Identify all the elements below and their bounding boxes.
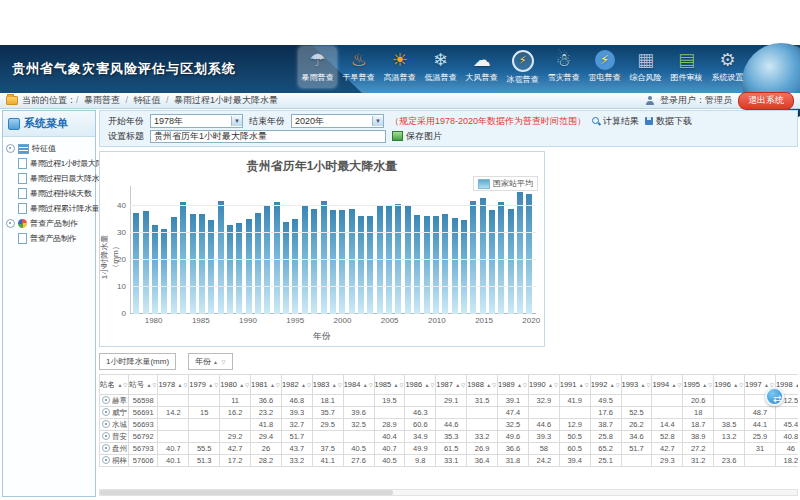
tree-group-1[interactable]: 普查产品制作 [5,216,93,231]
save-image-button[interactable]: 保存图片 [392,130,442,143]
element-selector[interactable]: 1小时降水量(mm) [99,353,176,370]
col-year-1984[interactable]: 1984 ▲▽ [343,375,374,395]
col-station-id[interactable]: 站号 ▲▽ [129,375,158,395]
bar-1996[interactable] [302,206,308,314]
bar-2000[interactable] [339,210,345,314]
tool-snow-survey[interactable]: ☃雪灾普查 [545,47,582,87]
table-row-56693[interactable]: 水城5669341.832.729.532.528.960.644.632.54… [100,419,799,431]
floating-sync-button[interactable]: ⇄ [765,387,784,406]
tool-lightning-survey[interactable]: ⚡雷电普查 [586,47,623,87]
sort-icons[interactable]: ▲▽ [638,382,651,388]
sort-icons[interactable]: ▲▽ [453,382,466,388]
sort-icons[interactable]: ▲▽ [115,382,128,388]
station-name-cell[interactable]: 普安 [100,431,129,443]
sidebar-item-0-2[interactable]: 暴雨过程持续天数 [5,186,93,201]
bar-1994[interactable] [283,222,289,314]
bar-2002[interactable] [358,216,364,314]
table-row-56793[interactable]: 盘州5679340.755.542.72643.737.540.540.749.… [100,443,799,455]
col-year-1995[interactable]: 1995 ▲▽ [683,375,714,395]
col-year-1980[interactable]: 1980 ▲▽ [220,375,251,395]
sort-icons[interactable]: ▲▽ [360,382,373,388]
col-year-1983[interactable]: 1983 ▲▽ [312,375,343,395]
col-year-1982[interactable]: 1982 ▲▽ [281,375,312,395]
bar-1989[interactable] [236,223,242,314]
table-row-57606[interactable]: 桐梓5760640.151.317.228.233.241.127.640.59… [100,455,799,467]
sort-icons[interactable]: ▲▽ [484,382,497,388]
breadcrumb-part-1[interactable]: 特征值 [134,95,161,105]
bar-1983[interactable] [180,202,186,314]
tool-wind-survey[interactable]: ☁大风普查 [463,47,500,87]
bar-1999[interactable] [330,210,336,314]
bar-1995[interactable] [292,219,298,314]
station-name-cell[interactable]: 威宁 [100,407,129,419]
bar-2020[interactable] [526,194,532,314]
bar-2018[interactable] [508,209,514,314]
bar-1985[interactable] [199,214,205,314]
sidebar-item-1-0[interactable]: 普查产品制作 [5,231,93,246]
tool-comprehensive-risk[interactable]: ▦综合风险 [627,47,664,87]
tool-drought-survey[interactable]: ♨干旱普查 [340,47,377,87]
chart-legend[interactable]: 国家站平均 [473,176,538,191]
col-year-1993[interactable]: 1993 ▲▽ [621,375,652,395]
sort-icons[interactable]: ▲▽ [731,382,744,388]
sort-icons[interactable]: ▲▽ [268,382,281,388]
chevron-down-icon[interactable]: ▼ [372,116,383,126]
tool-map-review[interactable]: ▤图件审核 [668,47,705,87]
bar-1988[interactable] [227,225,233,314]
tree-group-0[interactable]: 特征值 [5,141,93,156]
sort-icons[interactable]: ▲▽ [206,382,219,388]
calculate-button[interactable]: 计算结果 [592,115,639,128]
col-year-1992[interactable]: 1992 ▲▽ [590,375,621,395]
col-year-1987[interactable]: 1987 ▲▽ [436,375,467,395]
chevron-down-icon[interactable]: ▼ [231,116,242,126]
bar-2008[interactable] [414,215,420,314]
row-radio-icon[interactable] [102,432,110,440]
station-name-cell[interactable]: 水城 [100,419,129,431]
bar-1984[interactable] [190,214,196,314]
tool-high-temp-survey[interactable]: ☀高温普查 [381,47,418,87]
bar-2015[interactable] [480,198,486,314]
end-year-select[interactable]: 2020年 ▼ [291,114,384,128]
bar-2019[interactable] [517,192,523,314]
bar-1978[interactable] [133,213,139,314]
bar-2010[interactable] [433,216,439,314]
station-name-cell[interactable]: 桐梓 [100,455,129,467]
sort-icons[interactable]: ▲▽ [793,382,798,388]
sort-icons[interactable]: ▲▽ [391,382,404,388]
station-name-cell[interactable]: 盘州 [100,443,129,455]
row-radio-icon[interactable] [102,444,110,452]
collapse-icon[interactable] [6,219,15,228]
col-year-1978[interactable]: 1978 ▲▽ [158,375,189,395]
sort-icons[interactable]: ▲▽ [700,382,713,388]
row-radio-icon[interactable] [102,420,110,428]
row-radio-icon[interactable] [102,396,110,404]
bar-2013[interactable] [461,220,467,314]
tool-system-settings[interactable]: ⚙系统设置 [709,47,746,87]
sort-icons[interactable]: ▲▽ [237,382,250,388]
sidebar-item-0-1[interactable]: 暴雨过程日最大降水量 [5,171,93,186]
sort-icons[interactable]: ▲▽ [669,382,682,388]
bar-1981[interactable] [161,229,167,314]
bar-1991[interactable] [255,213,261,314]
year-sort-control[interactable]: 年份 ▲ ▽ [188,353,233,370]
download-button[interactable]: 数据下载 [645,115,692,128]
col-year-1996[interactable]: 1996 ▲▽ [714,375,745,395]
col-year-1981[interactable]: 1981 ▲▽ [251,375,282,395]
col-year-1988[interactable]: 1988 ▲▽ [467,375,498,395]
tool-hail-survey[interactable]: ⚡冰雹普查 [504,47,541,87]
row-radio-icon[interactable] [102,408,110,416]
scrollbar-thumb[interactable] [100,490,393,495]
collapse-icon[interactable] [6,144,15,153]
bar-1997[interactable] [311,209,317,314]
sort-icons[interactable]: ▲▽ [329,382,342,388]
col-year-1991[interactable]: 1991 ▲▽ [559,375,590,395]
bar-1998[interactable] [321,201,327,314]
bar-1986[interactable] [208,220,214,314]
bar-1993[interactable] [274,202,280,314]
table-row-56691[interactable]: 威宁5669114.21516.223.239.335.739.646.347.… [100,407,799,419]
table-row-56598[interactable]: 赫章565981136.646.818.119.529.131.539.132.… [100,395,799,407]
chart-title-input[interactable]: 贵州省历年1小时最大降水量 [150,130,386,143]
sort-icons[interactable]: ▲▽ [515,382,528,388]
sidebar-item-0-3[interactable]: 暴雨过程累计降水量 [5,201,93,216]
logout-button[interactable]: 退出系统 [738,92,794,110]
